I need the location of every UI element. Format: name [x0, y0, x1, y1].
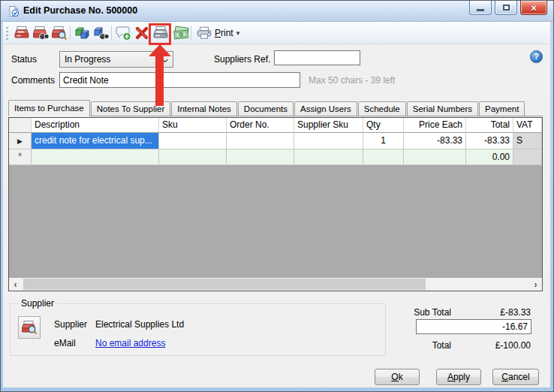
title-bar[interactable]: Edit Purchase No. 500000 ×: [1, 1, 553, 22]
cell-qty[interactable]: 1: [363, 133, 404, 149]
ok-button-label: Ok: [391, 372, 402, 382]
vat-input[interactable]: [416, 319, 531, 334]
help-button[interactable]: ?: [530, 50, 543, 63]
email-field-label: eMail: [54, 338, 76, 348]
items-grid: Description Sku Order No. Supplier Sku Q…: [8, 117, 543, 291]
grid-header-order-no[interactable]: Order No.: [227, 118, 294, 133]
grid-header-description[interactable]: Description: [32, 118, 159, 133]
close-button[interactable]: ×: [520, 1, 547, 15]
supplier-groupbox: Supplier Supplier Electrical Supplies Lt…: [10, 303, 386, 356]
cancel-button-label: Cancel: [501, 372, 529, 382]
comments-char-hint: Max 50 chars - 39 left: [309, 75, 395, 86]
total-value: £-100.00: [466, 340, 531, 351]
suppliers-ref-label: Suppliers Ref.: [214, 54, 270, 65]
banknotes-icon[interactable]: [172, 24, 190, 42]
table-row-new: * 0.00: [9, 149, 542, 165]
grid-empty-area: [9, 165, 542, 278]
till-icon[interactable]: [13, 24, 31, 42]
status-label: Status: [11, 54, 37, 65]
purchase-document-icon: [8, 5, 20, 17]
supplier-name: Electrical Supplies Ltd: [95, 319, 184, 330]
scroll-right-arrow-icon[interactable]: ›: [529, 278, 542, 291]
maximize-button[interactable]: [495, 1, 517, 15]
print-label: Print: [215, 28, 233, 38]
cell-vat[interactable]: [513, 149, 542, 165]
cubes-binoculars-icon[interactable]: [92, 24, 110, 42]
cell-qty[interactable]: [363, 149, 404, 165]
grid-header-vat[interactable]: VAT: [513, 118, 542, 133]
annotation-arrow-shaft: [155, 56, 164, 106]
print-button[interactable]: Print ▾: [193, 24, 243, 42]
window-title: Edit Purchase No. 500000: [23, 1, 137, 21]
tab-serial-numbers[interactable]: Serial Numbers: [407, 101, 478, 116]
horizontal-scrollbar[interactable]: ‹ ›: [9, 278, 542, 291]
cell-sku[interactable]: [159, 133, 227, 149]
supplier-lookup-button[interactable]: [18, 316, 41, 339]
cell-supplier-sku[interactable]: [294, 133, 363, 149]
cell-description[interactable]: credit note for electrical sup...: [32, 133, 159, 149]
suppliers-ref-input[interactable]: [274, 50, 360, 65]
row-selector-current[interactable]: ▶: [9, 133, 32, 149]
tab-documents[interactable]: Documents: [238, 101, 294, 116]
add-comment-icon[interactable]: [114, 24, 132, 42]
status-value: In Progress: [65, 54, 110, 65]
annotation-highlight-box: [149, 23, 171, 45]
grid-header-selector: [9, 118, 32, 133]
toolbar-separator: [191, 26, 191, 41]
cell-sku[interactable]: [159, 149, 227, 165]
comments-label: Comments: [11, 75, 55, 86]
cell-total[interactable]: 0.00: [466, 149, 513, 165]
sub-total-value: £-83.33: [466, 307, 531, 318]
row-selector-new[interactable]: *: [9, 149, 32, 165]
tab-strip: Items to Purchase Notes To Supplier Inte…: [8, 100, 543, 116]
current-row-arrow-icon: ▶: [17, 137, 23, 145]
till-magnifier-icon: [21, 319, 38, 336]
print-dropdown-caret-icon: ▾: [236, 29, 240, 37]
tab-schedule[interactable]: Schedule: [358, 101, 406, 116]
maximize-icon: [503, 5, 510, 11]
minimize-button[interactable]: [469, 1, 492, 15]
scrollbar-thumb[interactable]: [23, 279, 426, 290]
minimize-icon: [477, 9, 484, 11]
tab-assign-users[interactable]: Assign Users: [294, 101, 357, 116]
tab-payment[interactable]: Payment: [479, 101, 525, 116]
grid-header-row: Description Sku Order No. Supplier Sku Q…: [9, 118, 542, 133]
cubes-icon[interactable]: [73, 24, 91, 42]
grid-header-supplier-sku[interactable]: Supplier Sku: [294, 118, 363, 133]
cell-total[interactable]: -83.33: [466, 133, 513, 149]
annotation-arrow-head: [149, 44, 171, 56]
new-row-asterisk-icon: *: [18, 150, 22, 162]
toolbar-separator: [111, 26, 112, 41]
supplier-field-label: Supplier: [54, 319, 87, 330]
toolbar-separator: [70, 26, 71, 41]
till-binoculars-icon[interactable]: [32, 24, 50, 42]
email-link[interactable]: No email address: [95, 338, 165, 348]
comments-input[interactable]: [59, 72, 300, 88]
apply-button-label: Apply: [447, 372, 470, 382]
till-magnifier-icon[interactable]: [50, 24, 68, 42]
close-icon: ×: [531, 3, 537, 13]
sub-total-label: Sub Total: [391, 307, 451, 318]
grid-header-total[interactable]: Total: [466, 118, 513, 133]
cell-price-each[interactable]: [404, 149, 466, 165]
scroll-left-arrow-icon[interactable]: ‹: [9, 278, 22, 291]
grid-header-qty[interactable]: Qty: [363, 118, 404, 133]
cell-supplier-sku[interactable]: [294, 149, 363, 165]
apply-button[interactable]: Apply: [436, 369, 481, 385]
grid-header-sku[interactable]: Sku: [159, 118, 227, 133]
ok-button[interactable]: Ok: [375, 369, 420, 385]
grid-header-price-each[interactable]: Price Each: [404, 118, 466, 133]
printer-icon: [197, 26, 212, 41]
cancel-button[interactable]: Cancel: [492, 369, 539, 385]
cell-order-no[interactable]: [227, 149, 294, 165]
edit-purchase-dialog: Edit Purchase No. 500000 ×: [0, 0, 554, 392]
cell-description[interactable]: [32, 149, 159, 165]
question-mark-icon: ?: [534, 53, 538, 61]
cell-order-no[interactable]: [227, 133, 294, 149]
cell-price-each[interactable]: -83.33: [404, 133, 466, 149]
tab-internal-notes[interactable]: Internal Notes: [171, 101, 237, 116]
tab-items-to-purchase[interactable]: Items to Purchase: [8, 100, 90, 116]
cell-vat[interactable]: S: [513, 133, 542, 149]
supplier-group-label: Supplier: [18, 298, 57, 309]
table-row: ▶ credit note for electrical sup... 1 -8…: [9, 133, 542, 149]
